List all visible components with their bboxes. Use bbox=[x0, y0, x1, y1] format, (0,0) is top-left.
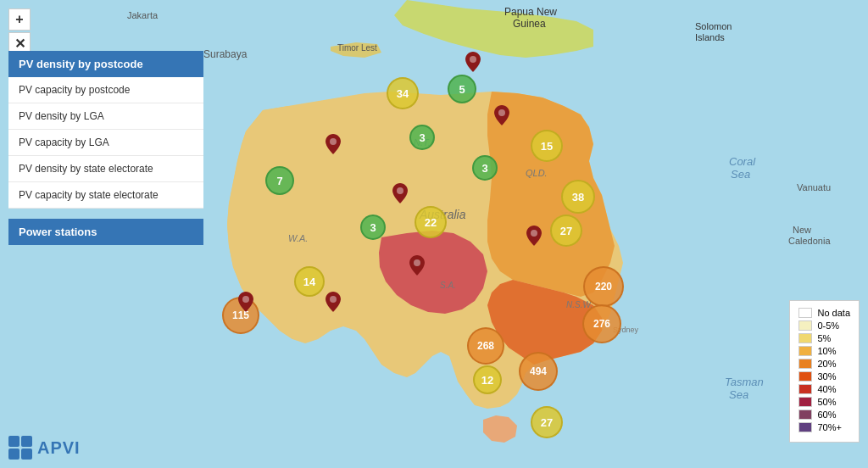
legend-color-30 bbox=[798, 371, 812, 382]
legend-color-70plus bbox=[798, 422, 812, 432]
svg-text:New: New bbox=[793, 225, 811, 235]
svg-text:Caledonia: Caledonia bbox=[788, 236, 831, 246]
panel-item-pv-capacity-postcode[interactable]: PV capacity by postcode bbox=[8, 77, 203, 103]
pin-7 bbox=[238, 292, 253, 312]
apvi-grid-cell-1 bbox=[8, 436, 19, 447]
legend-item-40: 40% bbox=[798, 384, 850, 394]
legend-color-no-data bbox=[798, 308, 812, 318]
legend-item-no-data: No data bbox=[798, 308, 850, 318]
svg-point-25 bbox=[397, 187, 403, 194]
legend-label-20: 20% bbox=[817, 359, 836, 369]
bubble-494: 494 bbox=[519, 352, 558, 391]
svg-point-26 bbox=[531, 230, 537, 237]
pin-5 bbox=[526, 226, 542, 246]
legend-label-40: 40% bbox=[817, 384, 836, 394]
legend-item-30: 30% bbox=[798, 371, 850, 382]
pin-6 bbox=[409, 255, 425, 276]
svg-text:W.A.: W.A. bbox=[288, 233, 308, 243]
legend-color-5 bbox=[798, 333, 812, 343]
svg-point-23 bbox=[498, 109, 505, 116]
legend-label-70plus: 70%+ bbox=[817, 422, 841, 432]
legend-label-60: 60% bbox=[817, 410, 836, 420]
legend-color-40 bbox=[798, 384, 812, 394]
legend-label-0-5: 0-5% bbox=[817, 320, 839, 331]
legend-item-70plus: 70%+ bbox=[798, 422, 850, 432]
svg-text:Jakarta: Jakarta bbox=[127, 10, 159, 20]
apvi-grid-icon bbox=[8, 436, 32, 460]
bubble-27b: 27 bbox=[531, 406, 563, 438]
legend-color-20 bbox=[798, 359, 812, 369]
apvi-logo: APVI bbox=[8, 436, 81, 460]
bubble-5: 5 bbox=[448, 75, 476, 103]
legend-label-50: 50% bbox=[817, 397, 836, 407]
apvi-grid-cell-2 bbox=[21, 436, 32, 447]
legend-label-5: 5% bbox=[817, 333, 831, 343]
bubble-38: 38 bbox=[561, 180, 595, 214]
bubble-27a: 27 bbox=[550, 214, 582, 247]
legend-item-50: 50% bbox=[798, 397, 850, 407]
legend-item-0-5: 0-5% bbox=[798, 320, 850, 331]
bubble-7: 7 bbox=[265, 166, 294, 195]
bubble-276: 276 bbox=[582, 304, 621, 343]
panel-item-pv-capacity-lga[interactable]: PV capacity by LGA bbox=[8, 130, 203, 156]
legend-color-0-5 bbox=[798, 320, 812, 331]
legend-label-10: 10% bbox=[817, 346, 836, 356]
panel-item-pv-capacity-electorate[interactable]: PV capacity by state electorate bbox=[8, 182, 203, 209]
bubble-12: 12 bbox=[473, 365, 502, 394]
svg-text:Sea: Sea bbox=[729, 388, 748, 401]
svg-text:Solomon: Solomon bbox=[695, 21, 732, 31]
svg-text:Timor Lest: Timor Lest bbox=[337, 43, 377, 53]
pin-1 bbox=[465, 52, 481, 72]
bubble-220: 220 bbox=[583, 266, 624, 307]
svg-point-29 bbox=[330, 296, 337, 303]
svg-point-28 bbox=[242, 296, 249, 303]
legend-item-5: 5% bbox=[798, 333, 850, 343]
legend-label-no-data: No data bbox=[817, 308, 850, 318]
legend-item-20: 20% bbox=[798, 359, 850, 369]
svg-point-22 bbox=[470, 56, 476, 63]
pin-2 bbox=[494, 105, 509, 125]
bubble-3c: 3 bbox=[360, 214, 386, 240]
svg-point-27 bbox=[414, 259, 420, 266]
bubble-34: 34 bbox=[387, 77, 419, 109]
pin-8 bbox=[326, 292, 341, 312]
left-panel: PV density by postcode PV capacity by po… bbox=[8, 51, 203, 245]
apvi-grid-cell-3 bbox=[8, 448, 19, 460]
apvi-grid-cell-4 bbox=[21, 448, 32, 460]
apvi-text: APVI bbox=[37, 438, 81, 458]
legend-color-50 bbox=[798, 397, 812, 407]
svg-text:Papua New: Papua New bbox=[504, 6, 557, 18]
legend-color-10 bbox=[798, 346, 812, 356]
pin-4 bbox=[392, 183, 408, 203]
bubble-22: 22 bbox=[415, 206, 447, 238]
bubble-3b: 3 bbox=[472, 155, 498, 181]
legend-color-60 bbox=[798, 410, 812, 420]
legend-item-60: 60% bbox=[798, 410, 850, 420]
svg-text:Vanuatu: Vanuatu bbox=[797, 182, 831, 192]
svg-text:Islands: Islands bbox=[695, 32, 725, 42]
map-container: Surabaya Jakarta Timor Lest Papua New Gu… bbox=[0, 0, 868, 468]
power-stations-section: Power stations bbox=[8, 219, 203, 245]
svg-text:Surabaya: Surabaya bbox=[203, 48, 248, 60]
legend: No data 0-5% 5% 10% 20% 30% 40% 50% bbox=[789, 300, 860, 443]
pin-3 bbox=[326, 134, 341, 154]
svg-point-24 bbox=[330, 138, 337, 145]
legend-item-10: 10% bbox=[798, 346, 850, 356]
bubble-3a: 3 bbox=[409, 125, 435, 150]
power-stations-header[interactable]: Power stations bbox=[8, 219, 203, 245]
bubble-268: 268 bbox=[467, 327, 504, 365]
bubble-15: 15 bbox=[531, 130, 563, 162]
panel-item-pv-density-electorate[interactable]: PV density by state electorate bbox=[8, 156, 203, 182]
bubble-14: 14 bbox=[294, 266, 325, 297]
svg-text:Coral: Coral bbox=[729, 155, 756, 168]
svg-text:Tasman: Tasman bbox=[725, 376, 764, 388]
zoom-in-button[interactable]: + bbox=[8, 8, 31, 31]
svg-text:Sea: Sea bbox=[731, 168, 750, 181]
svg-text:QLD.: QLD. bbox=[526, 168, 548, 178]
panel-item-pv-density-lga[interactable]: PV density by LGA bbox=[8, 103, 203, 130]
svg-text:S.A.: S.A. bbox=[440, 281, 456, 290]
svg-text:Guinea: Guinea bbox=[513, 18, 546, 30]
panel-header-pv-density[interactable]: PV density by postcode bbox=[8, 51, 203, 77]
legend-label-30: 30% bbox=[817, 371, 836, 382]
